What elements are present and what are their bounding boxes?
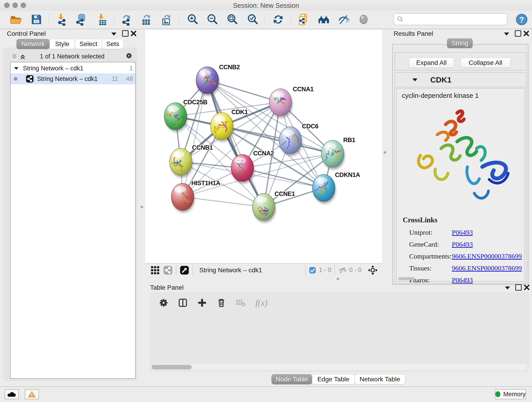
crosslink-link[interactable]: P06493 <box>452 276 473 284</box>
copy-style-icon[interactable] <box>297 13 310 26</box>
toolbar-separator <box>176 265 177 275</box>
results-horizontal-scrollbar[interactable] <box>398 277 415 280</box>
memory-status-button[interactable]: Memory <box>495 389 526 399</box>
add-column-icon[interactable] <box>197 298 207 307</box>
left-splitter-handle[interactable] <box>140 206 143 208</box>
crosslink-link[interactable]: P06493 <box>452 240 473 248</box>
node-label-CDC25B: CDC25B <box>183 99 207 106</box>
export-image-icon[interactable] <box>159 13 173 26</box>
import-table-file-icon[interactable] <box>96 13 109 26</box>
tab-select[interactable]: Select <box>75 39 102 49</box>
status-bar <box>0 386 532 402</box>
control-panel-close-icon[interactable] <box>130 30 137 37</box>
toolbar-separator <box>335 265 335 275</box>
table-scrollbar-track <box>152 364 527 370</box>
warnings-status-button[interactable] <box>25 389 39 399</box>
export-table-icon[interactable] <box>139 13 153 26</box>
network-node-CCNA2[interactable] <box>231 154 254 184</box>
node-label-CCNE1: CCNE1 <box>274 191 295 197</box>
network-node-CDK1[interactable] <box>210 113 234 142</box>
hide-selected-icon[interactable] <box>337 13 350 26</box>
crosslink-link[interactable]: 9606.ENSP00000378699 <box>452 264 522 272</box>
zoom-out-icon[interactable] <box>206 13 219 26</box>
gene-section-header[interactable]: CDK1 <box>395 73 526 87</box>
network-view-mode-icon[interactable] <box>163 265 173 275</box>
show-all-icon[interactable] <box>357 13 370 26</box>
crosslinks-heading: CrossLinks <box>397 211 524 224</box>
tab-network-table[interactable]: Network Table <box>355 374 405 384</box>
delete-table-icon[interactable] <box>236 298 246 307</box>
network-node-CCNB1[interactable] <box>169 148 193 178</box>
right-splitter-handle[interactable] <box>384 151 386 154</box>
tab-sets[interactable]: Sets <box>102 39 123 49</box>
table-panel-float-icon[interactable] <box>515 284 522 291</box>
collection-expand-icon[interactable] <box>14 67 19 70</box>
show-columns-icon[interactable] <box>178 298 188 307</box>
import-network-file-icon[interactable] <box>56 13 69 26</box>
delete-column-icon[interactable] <box>216 298 226 307</box>
expand-all-networks-icon[interactable] <box>19 53 26 60</box>
results-panel-float-icon[interactable] <box>515 30 521 37</box>
open-session-icon[interactable] <box>9 13 22 26</box>
network-node-CCNB2[interactable] <box>196 67 220 96</box>
zoom-in-icon[interactable] <box>186 13 199 26</box>
tab-edge-table[interactable]: Edge Table <box>312 374 355 384</box>
toolbar-separator <box>264 14 265 25</box>
refresh-view-icon[interactable] <box>272 13 285 26</box>
export-network-icon[interactable] <box>120 13 133 26</box>
import-network-database-icon[interactable] <box>75 13 88 26</box>
protein-structure-image <box>399 103 522 211</box>
network-node-CDKN1A[interactable] <box>312 174 336 204</box>
collapse-all-button[interactable]: Collapse All <box>461 58 510 68</box>
toolbar-separator <box>305 265 306 275</box>
network-node-CCNE1[interactable] <box>253 193 276 223</box>
control-panel-menu-icon[interactable] <box>110 31 117 37</box>
node-label-CCNB2: CCNB2 <box>219 64 240 70</box>
network-node-CDC6[interactable] <box>279 127 304 156</box>
apply-function-icon[interactable]: f(x) <box>255 298 268 308</box>
tab-network[interactable]: Network <box>17 39 50 49</box>
fit-content-crosshair-icon[interactable] <box>367 265 378 275</box>
birds-eye-view-icon[interactable] <box>180 265 189 275</box>
results-panel-close-icon[interactable] <box>523 30 530 37</box>
gene-collapse-icon[interactable] <box>412 78 418 81</box>
selected-nodes-count: 1 - 0 <box>319 267 331 274</box>
grid-view-icon[interactable] <box>150 265 160 275</box>
network-options-gear-icon[interactable] <box>126 52 133 59</box>
crosslink-label: Pharos: <box>409 276 452 284</box>
network-node-RB1[interactable] <box>322 140 345 170</box>
network-row-selected[interactable]: String Network – cdk1 11 48 <box>11 73 135 84</box>
cloud-status-button[interactable] <box>5 389 19 399</box>
crosslink-row: GeneCard: P06493 <box>409 238 524 250</box>
results-panel-title: Results Panel <box>394 30 433 37</box>
node-label-HIST1H1A: HIST1H1A <box>191 180 220 186</box>
network-canvas[interactable]: CCNB2CCNA1CDC25BCDK1CDC6RB1CCNB1CCNA2CDK… <box>145 30 382 263</box>
tab-node-table[interactable]: Node Table <box>272 374 312 384</box>
network-node-CCNA1[interactable] <box>269 89 293 118</box>
network-collection-row[interactable]: String Network – cdk1 1 <box>11 62 135 73</box>
svg-text:?: ? <box>519 15 524 24</box>
expand-all-button[interactable]: Expand All <box>409 58 454 68</box>
first-neighbors-icon[interactable] <box>317 13 330 26</box>
table-panel-close-icon[interactable] <box>523 284 530 291</box>
selected-nodes-checkbox-icon[interactable] <box>309 267 316 274</box>
save-session-icon[interactable] <box>30 13 43 26</box>
tab-style[interactable]: Style <box>50 39 75 49</box>
help-icon[interactable]: ? <box>515 13 528 26</box>
table-panel-menu-icon[interactable] <box>504 284 511 291</box>
results-panel-menu-icon[interactable] <box>503 31 510 37</box>
collapse-all-networks-icon[interactable] <box>11 53 18 60</box>
control-panel-float-icon[interactable] <box>122 30 129 37</box>
table-horizontal-scrollbar[interactable] <box>152 365 192 370</box>
search-input[interactable] <box>394 13 507 25</box>
crosslink-row: Tissues: 9606.ENSP00000378699 <box>409 262 524 274</box>
tab-string-results[interactable]: String <box>447 38 473 48</box>
horizontal-splitter-handle[interactable] <box>336 278 339 280</box>
zoom-selected-icon[interactable] <box>246 13 259 26</box>
zoom-fit-icon[interactable] <box>226 13 239 26</box>
crosslink-link[interactable]: 9606.ENSP00000378699 <box>452 252 522 260</box>
crosslink-link[interactable]: P06493 <box>452 229 473 236</box>
toolbar-separator <box>290 14 291 25</box>
table-settings-gear-icon[interactable] <box>159 298 168 307</box>
network-node-HIST1H1A[interactable] <box>171 183 195 213</box>
